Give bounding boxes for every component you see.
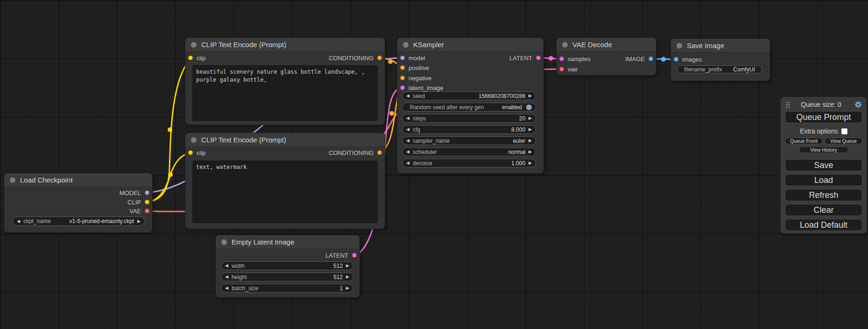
input-slot-samples[interactable]: samples [559, 55, 590, 63]
output-slot-conditioning[interactable]: CONDITIONING [329, 54, 382, 62]
refresh-button[interactable]: Refresh [785, 189, 862, 201]
prev-value-arrow-icon[interactable]: ◀ [406, 161, 409, 165]
prev-value-arrow-icon[interactable]: ◀ [406, 150, 409, 154]
collapse-dot-icon[interactable] [677, 43, 682, 49]
next-value-arrow-icon[interactable]: ▶ [529, 150, 532, 154]
conditioning-slot-dot-icon[interactable] [377, 56, 382, 60]
drag-handle-icon[interactable] [786, 102, 787, 103]
steps-widget[interactable]: ◀ steps 20 ▶ [402, 114, 536, 123]
next-value-arrow-icon[interactable]: ▶ [137, 219, 141, 224]
model-slot-dot-icon[interactable] [145, 190, 149, 195]
input-slot-clip[interactable]: clip [188, 54, 206, 62]
filename-prefix-widget[interactable]: filename_prefix ComfyUI [677, 65, 762, 73]
load-button[interactable]: Load [785, 174, 862, 186]
input-slot-positive[interactable]: positive [400, 64, 429, 71]
settings-gear-icon[interactable] [854, 100, 862, 109]
output-slot-conditioning[interactable]: CONDITIONING [329, 149, 382, 156]
node-load-checkpoint[interactable]: Load Checkpoint MODEL CLIP VAE ◀ ckpt_na… [4, 173, 152, 232]
node-empty-latent-image[interactable]: Empty Latent Image LATENT ◀ width 512 ▶ … [216, 235, 360, 297]
node-title-bar[interactable]: Load Checkpoint [4, 173, 152, 187]
next-value-arrow-icon[interactable]: ▶ [529, 116, 532, 120]
collapse-dot-icon[interactable] [403, 42, 409, 48]
cfg-widget[interactable]: ◀ cfg 8.000 ▶ [402, 125, 536, 134]
positive-prompt-textarea[interactable]: beautiful scenery nature glass bottle la… [192, 65, 378, 121]
prev-value-arrow-icon[interactable]: ◀ [406, 94, 409, 98]
scheduler-widget[interactable]: ◀ scheduler normal ▶ [402, 147, 536, 156]
node-title-bar[interactable]: CLIP Text Encode (Prompt) [185, 38, 385, 52]
latent-slot-dot-icon[interactable] [400, 85, 405, 90]
image-slot-dot-icon[interactable] [649, 56, 653, 61]
node-title-bar[interactable]: Empty Latent Image [216, 235, 360, 249]
toggle-dot-icon[interactable] [526, 105, 532, 110]
clip-slot-dot-icon[interactable] [188, 150, 193, 155]
clip-slot-dot-icon[interactable] [145, 200, 149, 204]
node-clip-text-encode-negative[interactable]: CLIP Text Encode (Prompt) clip CONDITION… [185, 133, 385, 229]
node-ksampler[interactable]: KSampler model LATENT positive negative … [397, 38, 543, 173]
output-slot-clip[interactable]: CLIP [127, 198, 149, 206]
latent-slot-dot-icon[interactable] [559, 56, 564, 61]
image-slot-dot-icon[interactable] [674, 57, 678, 62]
seed-widget[interactable]: ◀ seed 156680208700286 ▶ [402, 91, 536, 100]
next-value-arrow-icon[interactable]: ▶ [346, 264, 349, 268]
vae-slot-dot-icon[interactable] [145, 209, 149, 213]
input-slot-clip[interactable]: clip [188, 149, 206, 156]
ckpt-name-widget[interactable]: ◀ ckpt_name v1-5-pruned-emaonly.ckpt ▶ [13, 217, 145, 226]
save-button[interactable]: Save [785, 159, 862, 171]
conditioning-slot-dot-icon[interactable] [400, 65, 405, 70]
next-value-arrow-icon[interactable]: ▶ [529, 161, 532, 165]
prev-value-arrow-icon[interactable]: ◀ [17, 219, 20, 224]
extra-options-checkbox[interactable] [841, 128, 847, 134]
queue-front-button[interactable]: Queue Front [785, 138, 823, 144]
prev-value-arrow-icon[interactable]: ◀ [406, 116, 409, 120]
clip-slot-dot-icon[interactable] [188, 56, 193, 60]
output-slot-image[interactable]: IMAGE [625, 55, 653, 63]
conditioning-slot-dot-icon[interactable] [377, 150, 382, 155]
input-slot-model[interactable]: model [400, 54, 425, 62]
node-title-bar[interactable]: CLIP Text Encode (Prompt) [185, 133, 385, 147]
next-value-arrow-icon[interactable]: ▶ [529, 127, 532, 132]
next-value-arrow-icon[interactable]: ▶ [346, 275, 349, 279]
input-slot-negative[interactable]: negative [400, 74, 431, 82]
output-slot-latent[interactable]: LATENT [509, 54, 541, 62]
output-slot-latent[interactable]: LATENT [325, 252, 357, 259]
next-value-arrow-icon[interactable]: ▶ [346, 286, 349, 290]
latent-slot-dot-icon[interactable] [536, 56, 541, 60]
model-slot-dot-icon[interactable] [400, 56, 405, 60]
node-clip-text-encode-positive[interactable]: CLIP Text Encode (Prompt) clip CONDITION… [185, 38, 385, 125]
input-slot-images[interactable]: images [674, 56, 702, 63]
next-value-arrow-icon[interactable]: ▶ [529, 139, 532, 143]
node-vae-decode[interactable]: VAE Decode samples IMAGE vae [557, 38, 656, 75]
random-seed-toggle-widget[interactable]: Random seed after every gen enabled [402, 103, 536, 112]
collapse-dot-icon[interactable] [562, 42, 568, 48]
denoise-widget[interactable]: ◀ denoise 1.000 ▶ [402, 159, 536, 168]
prev-value-arrow-icon[interactable]: ◀ [225, 264, 228, 268]
view-history-button[interactable]: View History [799, 147, 848, 153]
collapse-dot-icon[interactable] [10, 177, 15, 183]
latent-slot-dot-icon[interactable] [352, 253, 357, 258]
sampler-name-widget[interactable]: ◀ sampler_name euler ▶ [402, 136, 536, 145]
prev-value-arrow-icon[interactable]: ◀ [406, 139, 409, 143]
clear-button[interactable]: Clear [785, 204, 862, 216]
negative-prompt-textarea[interactable]: text, watermark [192, 161, 378, 223]
prev-value-arrow-icon[interactable]: ◀ [406, 127, 409, 132]
prev-value-arrow-icon[interactable]: ◀ [225, 286, 228, 290]
view-queue-button[interactable]: View Queue [825, 138, 862, 144]
node-title-bar[interactable]: KSampler [397, 38, 543, 52]
collapse-dot-icon[interactable] [221, 239, 227, 245]
height-widget[interactable]: ◀ height 512 ▶ [221, 273, 353, 281]
load-default-button[interactable]: Load Default [785, 219, 862, 231]
batch-size-widget[interactable]: ◀ batch_size 1 ▶ [221, 284, 353, 293]
queue-prompt-button[interactable]: Queue Prompt [785, 111, 862, 123]
input-slot-vae[interactable]: vae [559, 65, 578, 73]
width-widget[interactable]: ◀ width 512 ▶ [221, 261, 353, 270]
collapse-dot-icon[interactable] [191, 137, 197, 143]
input-slot-latent-image[interactable]: latent_image [400, 84, 443, 91]
conditioning-slot-dot-icon[interactable] [400, 76, 405, 80]
prev-value-arrow-icon[interactable]: ◀ [225, 275, 228, 279]
node-title-bar[interactable]: VAE Decode [557, 38, 656, 52]
vae-slot-dot-icon[interactable] [559, 67, 564, 71]
node-save-image[interactable]: Save Image images filename_prefix ComfyU… [671, 39, 770, 81]
collapse-dot-icon[interactable] [191, 42, 197, 48]
output-slot-vae[interactable]: VAE [129, 207, 149, 215]
node-title-bar[interactable]: Save Image [671, 39, 770, 53]
